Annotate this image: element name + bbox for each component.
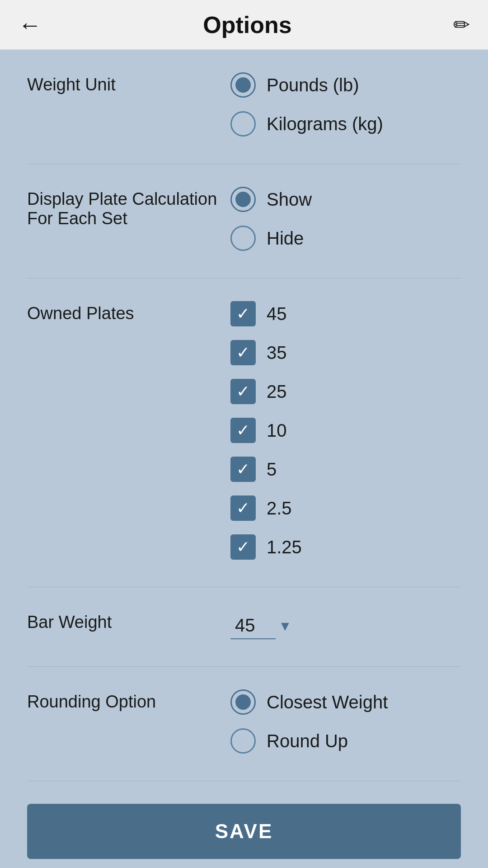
checkbox-5: ✓ — [230, 457, 256, 482]
bar-weight-dropdown-container: 45 ▼ — [230, 610, 461, 639]
plate-45[interactable]: ✓ 45 — [230, 301, 461, 326]
radio-closest-inner — [235, 694, 251, 710]
bar-weight-dropdown-wrapper[interactable]: 45 ▼ — [230, 613, 292, 639]
checkmark-1-25: ✓ — [236, 539, 250, 555]
divider-4 — [27, 666, 461, 667]
dropdown-arrow-icon: ▼ — [278, 618, 292, 634]
page-title: Options — [203, 11, 291, 38]
plate-35[interactable]: ✓ 35 — [230, 340, 461, 365]
bar-weight-row: Bar Weight 45 ▼ — [27, 610, 461, 639]
owned-plates-controls: ✓ 45 ✓ 35 ✓ 25 ✓ 10 — [230, 301, 461, 560]
radio-show-inner — [235, 192, 251, 207]
plate-45-label: 45 — [267, 304, 287, 324]
checkbox-2-5: ✓ — [230, 495, 256, 521]
checkmark-10: ✓ — [236, 422, 250, 439]
divider-3 — [27, 587, 461, 587]
checkmark-35: ✓ — [236, 344, 250, 361]
rounding-roundup[interactable]: Round Up — [230, 728, 461, 754]
rounding-option-row: Rounding Option Closest Weight Round Up — [27, 689, 461, 754]
checkbox-45: ✓ — [230, 301, 256, 326]
plate-5[interactable]: ✓ 5 — [230, 457, 461, 482]
plate-10[interactable]: ✓ 10 — [230, 418, 461, 443]
divider-2 — [27, 278, 461, 278]
rounding-closest[interactable]: Closest Weight — [230, 689, 461, 715]
radio-closest-label: Closest Weight — [267, 692, 388, 712]
weight-unit-kg[interactable]: Kilograms (kg) — [230, 111, 461, 137]
edit-button[interactable]: ✏ — [453, 13, 470, 36]
display-plate-controls: Show Hide — [230, 187, 461, 251]
checkmark-2-5: ✓ — [236, 500, 250, 516]
weight-unit-label: Weight Unit — [27, 72, 230, 94]
header: ← Options ✏ — [0, 0, 488, 50]
display-plate-show[interactable]: Show — [230, 187, 461, 212]
display-plate-label: Display Plate Calculation For Each Set — [27, 187, 230, 228]
bar-weight-label: Bar Weight — [27, 610, 230, 632]
display-plate-hide[interactable]: Hide — [230, 226, 461, 251]
rounding-option-label: Rounding Option — [27, 689, 230, 712]
weight-unit-controls: Pounds (lb) Kilograms (kg) — [230, 72, 461, 137]
divider-5 — [27, 781, 461, 781]
back-button[interactable]: ← — [18, 13, 42, 37]
plate-2-5-label: 2.5 — [267, 498, 292, 519]
checkmark-45: ✓ — [236, 306, 250, 322]
radio-show-label: Show — [267, 189, 312, 210]
checkbox-35: ✓ — [230, 340, 256, 365]
plate-25-label: 25 — [267, 382, 287, 402]
rounding-option-controls: Closest Weight Round Up — [230, 689, 461, 754]
plate-35-label: 35 — [267, 343, 287, 363]
checkbox-25: ✓ — [230, 379, 256, 404]
owned-plates-row: Owned Plates ✓ 45 ✓ 35 ✓ 25 — [27, 301, 461, 560]
plate-2-5[interactable]: ✓ 2.5 — [230, 495, 461, 521]
checkbox-10: ✓ — [230, 418, 256, 443]
checkmark-5: ✓ — [236, 461, 250, 477]
radio-hide-label: Hide — [267, 228, 304, 249]
owned-plates-label: Owned Plates — [27, 301, 230, 323]
plate-1-25[interactable]: ✓ 1.25 — [230, 534, 461, 560]
radio-kg-label: Kilograms (kg) — [267, 114, 383, 134]
radio-hide-outer — [230, 226, 256, 251]
save-bar: SAVE — [0, 795, 488, 868]
weight-unit-row: Weight Unit Pounds (lb) Kilograms (kg) — [27, 72, 461, 137]
weight-unit-lb[interactable]: Pounds (lb) — [230, 72, 461, 98]
save-button[interactable]: SAVE — [27, 804, 461, 859]
radio-show-outer — [230, 187, 256, 212]
checkmark-25: ✓ — [236, 383, 250, 400]
options-content: Weight Unit Pounds (lb) Kilograms (kg) D… — [0, 50, 488, 868]
divider-1 — [27, 164, 461, 164]
bar-weight-value[interactable]: 45 — [230, 613, 276, 639]
bar-weight-controls: 45 ▼ — [230, 610, 461, 639]
radio-kg-outer — [230, 111, 256, 137]
checkbox-1-25: ✓ — [230, 534, 256, 560]
radio-roundup-label: Round Up — [267, 731, 348, 751]
plate-5-label: 5 — [267, 459, 277, 480]
radio-roundup-outer — [230, 728, 256, 754]
plate-10-label: 10 — [267, 420, 287, 441]
radio-lb-label: Pounds (lb) — [267, 75, 359, 95]
plate-1-25-label: 1.25 — [267, 537, 302, 557]
radio-lb-inner — [235, 77, 251, 93]
radio-closest-outer — [230, 689, 256, 715]
radio-lb-outer — [230, 72, 256, 98]
plate-25[interactable]: ✓ 25 — [230, 379, 461, 404]
display-plate-row: Display Plate Calculation For Each Set S… — [27, 187, 461, 251]
